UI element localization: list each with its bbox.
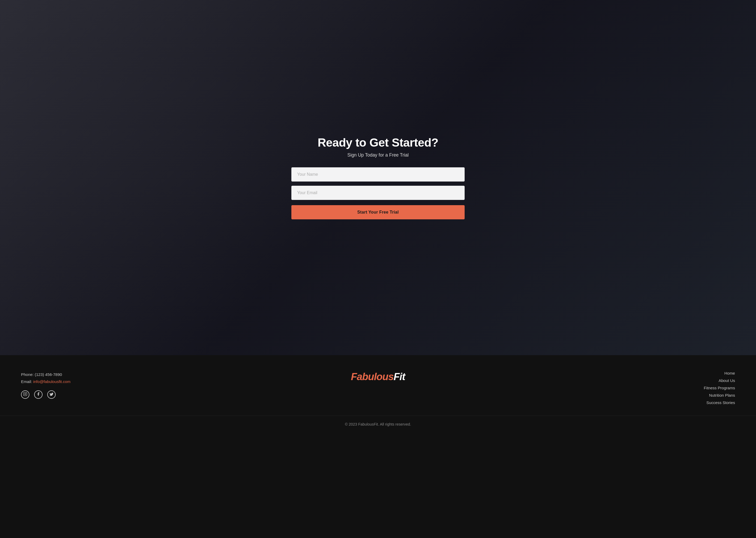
svg-point-1 — [24, 394, 26, 395]
email-field-group — [291, 186, 465, 200]
footer-nav-item-success: Success Stories — [504, 400, 735, 405]
email-input[interactable] — [291, 186, 465, 200]
footer-nav-list: Home About Us Fitness Programs Nutrition… — [504, 371, 735, 405]
footer-nav-link-fitness[interactable]: Fitness Programs — [704, 386, 735, 390]
name-input[interactable] — [291, 167, 465, 182]
footer-email-label: Email: — [21, 379, 33, 384]
instagram-link[interactable] — [21, 390, 29, 399]
footer-email-link[interactable]: info@fabulousfit.com — [33, 379, 71, 384]
footer-nav: Home About Us Fitness Programs Nutrition… — [504, 371, 735, 405]
facebook-icon — [36, 392, 40, 397]
copyright-text: © 2023 FabulousFit. All rights reserved. — [345, 422, 411, 426]
signup-form: Start Your Free Trial — [291, 167, 465, 219]
footer-nav-link-about[interactable]: About Us — [719, 378, 735, 383]
footer-nav-link-nutrition[interactable]: Nutrition Plans — [709, 393, 735, 398]
name-field-group — [291, 167, 465, 182]
hero-subtitle: Sign Up Today for a Free Trial — [291, 152, 465, 158]
footer-nav-link-success[interactable]: Success Stories — [706, 400, 735, 405]
hero-title: Ready to Get Started? — [291, 136, 465, 149]
start-trial-button[interactable]: Start Your Free Trial — [291, 205, 465, 219]
footer-copyright: © 2023 FabulousFit. All rights reserved. — [0, 415, 756, 433]
footer-nav-link-home[interactable]: Home — [724, 371, 735, 375]
brand-fabulous: Fabulous — [351, 371, 394, 382]
footer-nav-item-home: Home — [504, 371, 735, 376]
instagram-icon — [23, 392, 27, 397]
facebook-link[interactable] — [34, 390, 42, 399]
footer: Phone: (123) 456-7890 Email: info@fabulo… — [0, 355, 756, 415]
footer-email-line: Email: info@fabulousfit.com — [21, 378, 252, 385]
twitter-link[interactable] — [47, 390, 56, 399]
footer-nav-item-nutrition: Nutrition Plans — [504, 393, 735, 398]
footer-social-links — [21, 390, 252, 399]
hero-content: Ready to Get Started? Sign Up Today for … — [286, 136, 470, 219]
footer-nav-item-fitness: Fitness Programs — [504, 386, 735, 390]
footer-nav-item-about: About Us — [504, 378, 735, 383]
brand-fit: Fit — [394, 371, 405, 382]
footer-contact-info: Phone: (123) 456-7890 Email: info@fabulo… — [21, 371, 252, 385]
footer-brand: FabulousFit — [262, 371, 494, 383]
footer-phone: Phone: (123) 456-7890 — [21, 371, 252, 378]
footer-contact-section: Phone: (123) 456-7890 Email: info@fabulo… — [21, 371, 252, 399]
brand-logo: FabulousFit — [262, 371, 494, 383]
twitter-icon — [49, 392, 54, 397]
hero-section: Ready to Get Started? Sign Up Today for … — [0, 0, 756, 355]
svg-rect-0 — [24, 393, 27, 396]
